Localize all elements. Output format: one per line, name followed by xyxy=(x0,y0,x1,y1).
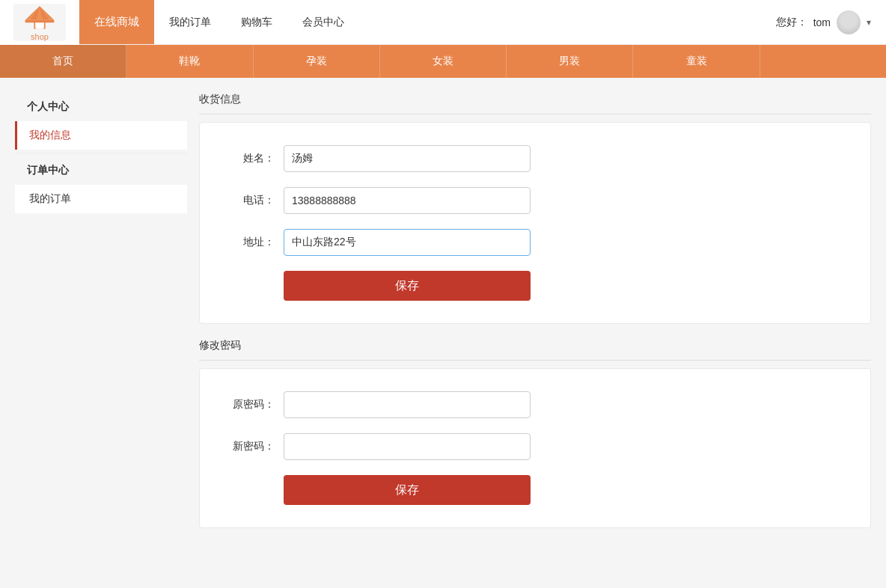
sidebar-divider xyxy=(15,153,187,153)
cat-item-women[interactable]: 女装 xyxy=(380,45,507,78)
nav-item-member-center[interactable]: 会员中心 xyxy=(287,0,359,44)
greeting-text: 您好： xyxy=(776,16,807,29)
cat-item-extra xyxy=(760,45,886,78)
nav-item-cart[interactable]: 购物车 xyxy=(226,0,287,44)
cat-item-home[interactable]: 首页 xyxy=(0,45,126,78)
shipping-save-button[interactable]: 保存 xyxy=(284,271,531,301)
sidebar-item-my-orders[interactable]: 我的订单 xyxy=(15,185,187,213)
shipping-form-card: 姓名： 电话： 地址： 保存 xyxy=(199,122,871,324)
logo: shop xyxy=(0,0,79,45)
password-save-button[interactable]: 保存 xyxy=(284,475,531,505)
sidebar: 个人中心 我的信息 订单中心 我的订单 xyxy=(15,93,187,573)
name-row: 姓名： xyxy=(230,145,840,172)
nav-item-online-shop[interactable]: 在线商城 xyxy=(79,0,154,44)
address-input[interactable] xyxy=(284,229,531,256)
cat-item-men[interactable]: 男装 xyxy=(507,45,633,78)
new-pwd-row: 新密码： xyxy=(230,433,840,460)
phone-row: 电话： xyxy=(230,187,840,214)
svg-rect-6 xyxy=(25,19,55,22)
address-label: 地址： xyxy=(230,236,275,249)
main-nav: 在线商城 我的订单 购物车 会员中心 xyxy=(79,0,359,44)
shipping-save-row: 保存 xyxy=(230,271,840,301)
header: shop 在线商城 我的订单 购物车 会员中心 您好： tom ▾ xyxy=(0,0,886,45)
shipping-section-title: 收货信息 xyxy=(199,93,871,114)
new-pwd-input[interactable] xyxy=(284,433,531,460)
password-form-card: 原密码： 新密码： 保存 xyxy=(199,368,871,528)
password-section-title: 修改密码 xyxy=(199,339,871,361)
old-pwd-input[interactable] xyxy=(284,391,531,418)
category-nav: 首页 鞋靴 孕装 女装 男装 童装 xyxy=(0,45,886,78)
old-pwd-row: 原密码： xyxy=(230,391,840,418)
phone-label: 电话： xyxy=(230,194,275,207)
nav-item-my-orders[interactable]: 我的订单 xyxy=(154,0,226,44)
old-pwd-label: 原密码： xyxy=(230,398,275,411)
avatar xyxy=(837,10,861,34)
logo-text: shop xyxy=(31,32,49,41)
username-text: tom xyxy=(813,16,831,28)
password-save-row: 保存 xyxy=(230,475,840,505)
cat-item-maternity[interactable]: 孕装 xyxy=(254,45,380,78)
new-pwd-label: 新密码： xyxy=(230,440,275,453)
order-center-title: 订单中心 xyxy=(15,156,187,185)
name-input[interactable] xyxy=(284,145,531,172)
content-area: 收货信息 姓名： 电话： 地址： 保存 修改密码 原密码： xyxy=(199,93,871,573)
phone-input[interactable] xyxy=(284,187,531,214)
address-row: 地址： xyxy=(230,229,840,256)
header-right: 您好： tom ▾ xyxy=(776,10,886,34)
dropdown-arrow-icon[interactable]: ▾ xyxy=(867,17,871,28)
personal-center-title: 个人中心 xyxy=(15,93,187,121)
name-label: 姓名： xyxy=(230,152,275,165)
sidebar-item-my-info[interactable]: 我的信息 xyxy=(15,121,187,150)
cat-item-kids[interactable]: 童装 xyxy=(633,45,760,78)
cat-item-shoes[interactable]: 鞋靴 xyxy=(126,45,253,78)
main-layout: 个人中心 我的信息 订单中心 我的订单 收货信息 姓名： 电话： 地址： 保存 xyxy=(0,78,886,588)
